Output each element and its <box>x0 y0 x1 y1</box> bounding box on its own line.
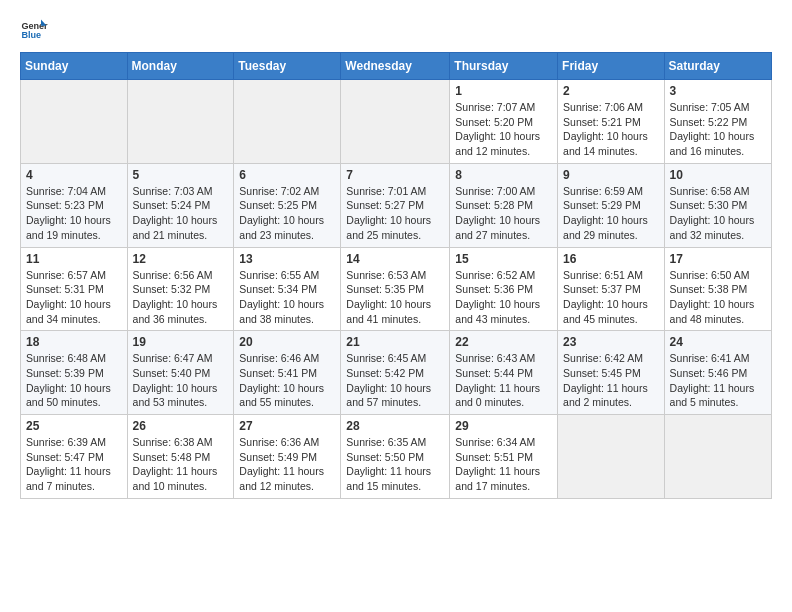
day-info: Sunrise: 6:48 AM Sunset: 5:39 PM Dayligh… <box>26 351 122 410</box>
calendar-cell: 19Sunrise: 6:47 AM Sunset: 5:40 PM Dayli… <box>127 331 234 415</box>
day-number: 3 <box>670 84 766 98</box>
calendar-cell: 27Sunrise: 6:36 AM Sunset: 5:49 PM Dayli… <box>234 415 341 499</box>
header: General Blue <box>20 16 772 44</box>
calendar-cell: 7Sunrise: 7:01 AM Sunset: 5:27 PM Daylig… <box>341 163 450 247</box>
day-number: 13 <box>239 252 335 266</box>
day-info: Sunrise: 6:47 AM Sunset: 5:40 PM Dayligh… <box>133 351 229 410</box>
calendar-cell: 9Sunrise: 6:59 AM Sunset: 5:29 PM Daylig… <box>558 163 665 247</box>
calendar-cell <box>341 80 450 164</box>
calendar-cell: 16Sunrise: 6:51 AM Sunset: 5:37 PM Dayli… <box>558 247 665 331</box>
day-header-monday: Monday <box>127 53 234 80</box>
calendar-cell: 6Sunrise: 7:02 AM Sunset: 5:25 PM Daylig… <box>234 163 341 247</box>
calendar-cell: 24Sunrise: 6:41 AM Sunset: 5:46 PM Dayli… <box>664 331 771 415</box>
generalblue-logo-icon: General Blue <box>20 16 48 44</box>
calendar-cell: 1Sunrise: 7:07 AM Sunset: 5:20 PM Daylig… <box>450 80 558 164</box>
day-info: Sunrise: 6:57 AM Sunset: 5:31 PM Dayligh… <box>26 268 122 327</box>
day-info: Sunrise: 7:04 AM Sunset: 5:23 PM Dayligh… <box>26 184 122 243</box>
calendar-cell: 13Sunrise: 6:55 AM Sunset: 5:34 PM Dayli… <box>234 247 341 331</box>
day-number: 12 <box>133 252 229 266</box>
day-header-tuesday: Tuesday <box>234 53 341 80</box>
day-number: 29 <box>455 419 552 433</box>
day-info: Sunrise: 6:39 AM Sunset: 5:47 PM Dayligh… <box>26 435 122 494</box>
calendar-cell: 3Sunrise: 7:05 AM Sunset: 5:22 PM Daylig… <box>664 80 771 164</box>
calendar-cell <box>234 80 341 164</box>
svg-text:Blue: Blue <box>21 30 41 40</box>
day-number: 9 <box>563 168 659 182</box>
day-info: Sunrise: 6:43 AM Sunset: 5:44 PM Dayligh… <box>455 351 552 410</box>
day-header-sunday: Sunday <box>21 53 128 80</box>
calendar-cell: 4Sunrise: 7:04 AM Sunset: 5:23 PM Daylig… <box>21 163 128 247</box>
calendar-cell: 8Sunrise: 7:00 AM Sunset: 5:28 PM Daylig… <box>450 163 558 247</box>
calendar-cell: 21Sunrise: 6:45 AM Sunset: 5:42 PM Dayli… <box>341 331 450 415</box>
day-header-friday: Friday <box>558 53 665 80</box>
day-number: 18 <box>26 335 122 349</box>
calendar-header-row: SundayMondayTuesdayWednesdayThursdayFrid… <box>21 53 772 80</box>
day-info: Sunrise: 6:46 AM Sunset: 5:41 PM Dayligh… <box>239 351 335 410</box>
day-number: 22 <box>455 335 552 349</box>
day-info: Sunrise: 7:06 AM Sunset: 5:21 PM Dayligh… <box>563 100 659 159</box>
calendar-table: SundayMondayTuesdayWednesdayThursdayFrid… <box>20 52 772 499</box>
logo: General Blue <box>20 16 48 44</box>
calendar-cell <box>664 415 771 499</box>
day-info: Sunrise: 6:50 AM Sunset: 5:38 PM Dayligh… <box>670 268 766 327</box>
day-number: 2 <box>563 84 659 98</box>
day-number: 15 <box>455 252 552 266</box>
day-info: Sunrise: 6:59 AM Sunset: 5:29 PM Dayligh… <box>563 184 659 243</box>
calendar-cell: 22Sunrise: 6:43 AM Sunset: 5:44 PM Dayli… <box>450 331 558 415</box>
day-info: Sunrise: 6:51 AM Sunset: 5:37 PM Dayligh… <box>563 268 659 327</box>
calendar-cell: 25Sunrise: 6:39 AM Sunset: 5:47 PM Dayli… <box>21 415 128 499</box>
day-number: 20 <box>239 335 335 349</box>
calendar-cell: 17Sunrise: 6:50 AM Sunset: 5:38 PM Dayli… <box>664 247 771 331</box>
day-number: 5 <box>133 168 229 182</box>
calendar-cell: 12Sunrise: 6:56 AM Sunset: 5:32 PM Dayli… <box>127 247 234 331</box>
day-info: Sunrise: 7:02 AM Sunset: 5:25 PM Dayligh… <box>239 184 335 243</box>
day-number: 11 <box>26 252 122 266</box>
calendar-week-1: 1Sunrise: 7:07 AM Sunset: 5:20 PM Daylig… <box>21 80 772 164</box>
day-number: 8 <box>455 168 552 182</box>
calendar-cell: 28Sunrise: 6:35 AM Sunset: 5:50 PM Dayli… <box>341 415 450 499</box>
day-info: Sunrise: 6:55 AM Sunset: 5:34 PM Dayligh… <box>239 268 335 327</box>
day-header-saturday: Saturday <box>664 53 771 80</box>
calendar-cell: 29Sunrise: 6:34 AM Sunset: 5:51 PM Dayli… <box>450 415 558 499</box>
calendar-cell <box>127 80 234 164</box>
calendar-cell: 23Sunrise: 6:42 AM Sunset: 5:45 PM Dayli… <box>558 331 665 415</box>
day-info: Sunrise: 6:42 AM Sunset: 5:45 PM Dayligh… <box>563 351 659 410</box>
day-number: 24 <box>670 335 766 349</box>
calendar-cell: 11Sunrise: 6:57 AM Sunset: 5:31 PM Dayli… <box>21 247 128 331</box>
calendar-cell: 26Sunrise: 6:38 AM Sunset: 5:48 PM Dayli… <box>127 415 234 499</box>
calendar-week-3: 11Sunrise: 6:57 AM Sunset: 5:31 PM Dayli… <box>21 247 772 331</box>
day-info: Sunrise: 6:41 AM Sunset: 5:46 PM Dayligh… <box>670 351 766 410</box>
day-number: 26 <box>133 419 229 433</box>
day-number: 16 <box>563 252 659 266</box>
day-info: Sunrise: 7:05 AM Sunset: 5:22 PM Dayligh… <box>670 100 766 159</box>
calendar-cell: 18Sunrise: 6:48 AM Sunset: 5:39 PM Dayli… <box>21 331 128 415</box>
day-info: Sunrise: 7:00 AM Sunset: 5:28 PM Dayligh… <box>455 184 552 243</box>
day-number: 23 <box>563 335 659 349</box>
day-number: 10 <box>670 168 766 182</box>
day-header-thursday: Thursday <box>450 53 558 80</box>
day-info: Sunrise: 6:58 AM Sunset: 5:30 PM Dayligh… <box>670 184 766 243</box>
day-info: Sunrise: 6:34 AM Sunset: 5:51 PM Dayligh… <box>455 435 552 494</box>
day-header-wednesday: Wednesday <box>341 53 450 80</box>
day-number: 25 <box>26 419 122 433</box>
calendar-cell: 15Sunrise: 6:52 AM Sunset: 5:36 PM Dayli… <box>450 247 558 331</box>
day-number: 28 <box>346 419 444 433</box>
calendar-cell <box>21 80 128 164</box>
day-number: 21 <box>346 335 444 349</box>
day-number: 1 <box>455 84 552 98</box>
day-number: 6 <box>239 168 335 182</box>
calendar-week-5: 25Sunrise: 6:39 AM Sunset: 5:47 PM Dayli… <box>21 415 772 499</box>
day-number: 14 <box>346 252 444 266</box>
day-info: Sunrise: 7:07 AM Sunset: 5:20 PM Dayligh… <box>455 100 552 159</box>
calendar-week-2: 4Sunrise: 7:04 AM Sunset: 5:23 PM Daylig… <box>21 163 772 247</box>
day-number: 17 <box>670 252 766 266</box>
day-info: Sunrise: 7:01 AM Sunset: 5:27 PM Dayligh… <box>346 184 444 243</box>
day-number: 4 <box>26 168 122 182</box>
day-number: 7 <box>346 168 444 182</box>
calendar-week-4: 18Sunrise: 6:48 AM Sunset: 5:39 PM Dayli… <box>21 331 772 415</box>
day-number: 19 <box>133 335 229 349</box>
calendar-cell: 20Sunrise: 6:46 AM Sunset: 5:41 PM Dayli… <box>234 331 341 415</box>
calendar-cell: 10Sunrise: 6:58 AM Sunset: 5:30 PM Dayli… <box>664 163 771 247</box>
day-info: Sunrise: 6:36 AM Sunset: 5:49 PM Dayligh… <box>239 435 335 494</box>
day-number: 27 <box>239 419 335 433</box>
